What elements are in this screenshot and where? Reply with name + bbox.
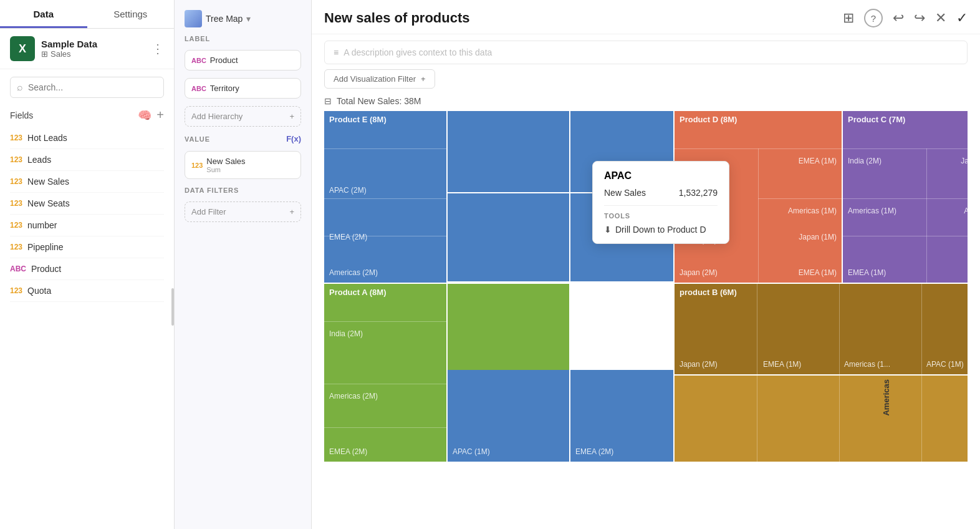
field-type-badge: 123: [10, 199, 22, 208]
treemap-container: Product E (8M) APAC (2M) EMEA (2M) Ameri…: [324, 111, 968, 523]
treemap-cell-japan-blue-row[interactable]: APAC (1M): [448, 370, 569, 462]
field-name: New Sales: [27, 177, 69, 187]
main-area: New sales of products ⊞ ? ↩ ↪ ✕ ✓ ≡ A de…: [312, 0, 980, 529]
cell-sub-emea2-d: EMEA (1M): [799, 266, 837, 278]
viz-description[interactable]: ≡ A description gives context to this da…: [324, 41, 968, 64]
cell-title: Product E (8M): [329, 115, 441, 124]
cell-sub-americas: Americas (2M): [329, 266, 378, 278]
cell-sub-india-c: India (2M): [848, 155, 882, 166]
add-viz-filter-button[interactable]: Add Visualization Filter +: [324, 69, 435, 89]
ds-name: Sample Data: [41, 39, 145, 49]
chart-type-label: Tree Map: [206, 14, 243, 24]
cell-sub-americas-b: Americas (1...: [844, 358, 890, 369]
ai-icon[interactable]: 🧠: [138, 109, 151, 122]
tooltip-divider: [604, 205, 718, 206]
field-type-badge: 123: [10, 155, 22, 164]
chevron-down-icon: ▾: [246, 14, 251, 24]
list-item[interactable]: 123 Quota: [10, 280, 164, 302]
field-name: Pipepline: [27, 242, 64, 252]
field-type-badge: 123: [10, 286, 22, 295]
treemap-cell-emea-2m[interactable]: [448, 111, 569, 192]
drill-down-button[interactable]: ⬇ Drill Down to Product D: [604, 225, 718, 235]
field-name: Leads: [27, 155, 51, 165]
scroll-handle[interactable]: [171, 288, 174, 326]
check-icon[interactable]: ✓: [956, 10, 968, 26]
tab-bar: Data Settings: [0, 0, 174, 29]
list-item[interactable]: ABC Product: [10, 258, 164, 280]
search-icon: ⌕: [17, 82, 23, 93]
chip-label: New Sales Sum: [206, 157, 245, 173]
help-icon[interactable]: ?: [864, 9, 883, 27]
search-input[interactable]: [28, 82, 157, 92]
plus-icon: +: [289, 207, 294, 216]
cell-sub-emea-c: EMEA (1M): [848, 266, 886, 278]
grid-icon[interactable]: ⊞: [843, 10, 854, 26]
treemap-cell-product-b[interactable]: product B (6M) Japan (2M) EMEA (1M) Amer…: [675, 284, 968, 374]
product-label-chip[interactable]: ABC Product: [185, 50, 301, 70]
new-sales-value-chip[interactable]: 123 New Sales Sum: [185, 151, 301, 179]
chart-icon: [185, 10, 202, 27]
field-type-badge: 123: [10, 221, 22, 230]
fields-actions: 🧠 +: [138, 108, 164, 122]
total-icon: ⊟: [324, 96, 332, 106]
cell-sub: EMEA (2M): [575, 445, 613, 457]
list-item[interactable]: 123 Hot Leads: [10, 127, 164, 149]
treemap-cell-product-a[interactable]: Product A (8M) India (2M) Americas (2M) …: [324, 284, 446, 462]
chip-label: Territory: [210, 84, 239, 93]
field-name: New Seats: [27, 198, 70, 208]
cell-title: Product A (8M): [329, 288, 441, 297]
field-name: Product: [31, 264, 61, 274]
redo-icon[interactable]: ↪: [914, 10, 925, 26]
list-item[interactable]: 123 New Seats: [10, 193, 164, 215]
cell-sub-japan-b: Japan (2M): [680, 358, 718, 369]
treemap-cell-americas-label: Americas: [882, 379, 963, 416]
list-item[interactable]: 123 Pipepline: [10, 236, 164, 258]
undo-icon[interactable]: ↩: [893, 10, 904, 26]
tab-settings[interactable]: Settings: [87, 0, 175, 28]
field-type-badge: 123: [10, 133, 22, 142]
treemap-cell-emea-blue-row[interactable]: EMEA (2M): [570, 370, 673, 462]
abc-badge: ABC: [191, 85, 206, 92]
total-label: Total New Sales: 38M: [337, 96, 421, 106]
left-panel: Data Settings X Sample Data ⊞ Sales ⋮ ⌕ …: [0, 0, 175, 529]
cell-sub-apac-c: APAC (1...: [964, 205, 968, 216]
treemap-cell-product-e[interactable]: Product E (8M) APAC (2M) EMEA (2M) Ameri…: [324, 111, 446, 283]
tooltip: APAC New Sales 1,532,279 TOOLS ⬇ Drill D…: [592, 161, 729, 244]
filter-label: Add Visualization Filter: [334, 74, 416, 84]
tooltip-data-row: New Sales 1,532,279: [604, 188, 718, 198]
label-section-header: LABEL: [185, 35, 301, 42]
cell-sub-emea-b: EMEA (1M): [763, 358, 801, 369]
treemap-cell-product-c[interactable]: Product C (7M) India (2M) Americas (1M) …: [843, 111, 968, 283]
fx-button[interactable]: F(x): [286, 134, 301, 143]
cell-sub-japan2-d: Japan (1M): [799, 231, 837, 242]
cell-sub-japan-d: Japan (2M): [680, 266, 718, 278]
list-item[interactable]: 123 number: [10, 215, 164, 236]
cell-sub-americas-c: Americas (1M): [848, 205, 896, 216]
drill-down-label: Drill Down to Product D: [615, 225, 706, 235]
fields-header: Fields 🧠 +: [0, 105, 174, 127]
data-source-row: X Sample Data ⊞ Sales ⋮: [0, 29, 174, 69]
tab-data[interactable]: Data: [0, 0, 87, 28]
menu-icon: ≡: [334, 47, 339, 57]
plus-icon: +: [289, 112, 294, 121]
cell-sub: APAC (1M): [453, 445, 490, 457]
tooltip-field: New Sales: [604, 188, 646, 198]
excel-icon: X: [10, 36, 35, 61]
add-hierarchy-button[interactable]: Add Hierarchy +: [185, 106, 301, 127]
add-field-button[interactable]: +: [156, 108, 164, 122]
close-icon[interactable]: ✕: [935, 10, 946, 26]
cell-sub-india-a: India (2M): [329, 328, 363, 339]
list-item[interactable]: 123 Leads: [10, 149, 164, 171]
field-list: 123 Hot Leads 123 Leads 123 New Sales 12…: [0, 127, 174, 529]
treemap-cell-japan-blue[interactable]: [448, 193, 569, 281]
chip-label: Product: [210, 56, 238, 65]
viz-header: New sales of products ⊞ ? ↩ ↪ ✕ ✓: [312, 0, 980, 34]
chart-type-selector[interactable]: Tree Map ▾: [185, 10, 301, 27]
ds-menu-button[interactable]: ⋮: [151, 41, 164, 56]
abc-badge: ABC: [191, 57, 206, 64]
territory-label-chip[interactable]: ABC Territory: [185, 78, 301, 99]
add-filter-button[interactable]: Add Filter +: [185, 201, 301, 222]
description-text: A description gives context to this data: [343, 47, 492, 57]
list-item[interactable]: 123 New Sales: [10, 171, 164, 193]
drill-down-icon: ⬇: [604, 225, 612, 235]
